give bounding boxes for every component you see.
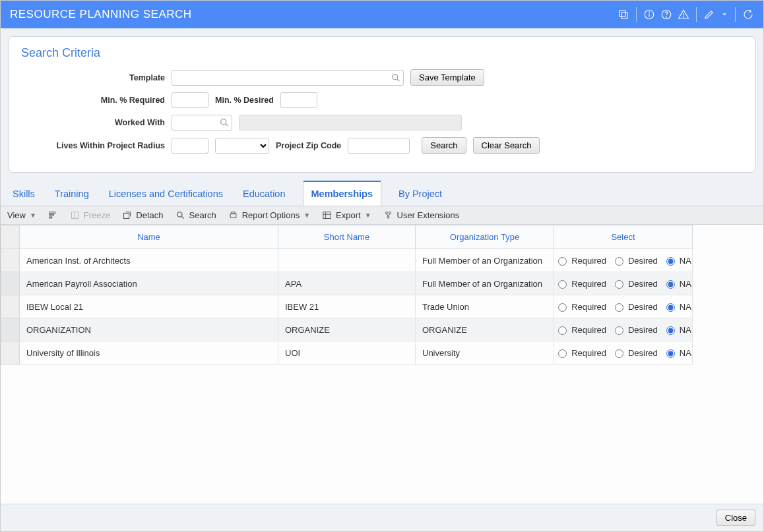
cell-name: IBEW Local 21 <box>20 295 278 318</box>
select-na[interactable]: NA <box>663 301 691 312</box>
layers-icon[interactable] <box>618 9 629 20</box>
select-radio-required[interactable] <box>558 303 567 312</box>
select-desired[interactable]: Desired <box>612 278 658 289</box>
min-desired-input[interactable] <box>280 92 317 108</box>
svg-rect-18 <box>124 213 129 218</box>
select-required[interactable]: Required <box>555 301 606 312</box>
report-options-tool[interactable]: Report Options ▼ <box>228 210 310 220</box>
chevron-down-icon[interactable] <box>720 9 728 20</box>
cell-short-name: UOI <box>278 341 416 365</box>
select-radio-na[interactable] <box>666 280 675 289</box>
row-header[interactable] <box>1 249 20 272</box>
select-radio-desired[interactable] <box>615 257 623 266</box>
info-icon[interactable] <box>643 9 655 20</box>
select-required[interactable]: Required <box>555 255 606 266</box>
select-na[interactable]: NA <box>663 324 691 335</box>
cell-select: RequiredDesiredNA <box>554 249 693 272</box>
select-desired[interactable]: Desired <box>612 301 658 312</box>
select-required[interactable]: Required <box>555 347 606 358</box>
zip-input[interactable] <box>348 138 410 154</box>
col-select[interactable]: Select <box>554 225 693 249</box>
select-na[interactable]: NA <box>663 347 691 358</box>
tab-skills[interactable]: Skills <box>10 182 38 206</box>
select-radio-required[interactable] <box>558 326 567 335</box>
edit-icon[interactable] <box>703 9 715 20</box>
table-row[interactable]: University of IllinoisUOIUniversityRequi… <box>1 341 693 365</box>
tab-training[interactable]: Training <box>52 182 92 206</box>
cell-name: University of Illinois <box>20 341 278 365</box>
tab-education[interactable]: Education <box>240 182 288 206</box>
tab-memberships[interactable]: Memberships <box>303 181 381 206</box>
select-radio-desired[interactable] <box>615 303 623 312</box>
content-area: Search Criteria Template Save Template M… <box>1 28 763 531</box>
table-row[interactable]: ORGANIZATIONORGANIZEORGANIZERequiredDesi… <box>1 318 693 341</box>
tabs: SkillsTrainingLicenses and Certification… <box>1 181 763 206</box>
select-desired[interactable]: Desired <box>612 324 658 335</box>
svg-point-19 <box>177 212 182 218</box>
close-button[interactable]: Close <box>716 510 755 526</box>
row-header[interactable] <box>1 295 20 318</box>
cell-org-type: Full Member of an Organization <box>416 272 554 295</box>
cell-short-name: ORGANIZE <box>278 318 416 341</box>
cell-short-name: APA <box>278 272 416 295</box>
select-na[interactable]: NA <box>663 278 691 289</box>
freeze-tool: Freeze <box>70 210 110 220</box>
toolbar-search-tool[interactable]: Search <box>175 210 216 220</box>
select-radio-na[interactable] <box>666 349 675 358</box>
warning-icon[interactable] <box>678 9 689 20</box>
select-radio-required[interactable] <box>558 257 567 266</box>
cell-name: American Inst. of Architects <box>20 249 278 272</box>
view-menu[interactable]: View▼ <box>7 210 36 220</box>
search-criteria-panel: Search Criteria Template Save Template M… <box>9 36 755 173</box>
tab-licenses-and-certifications[interactable]: Licenses and Certifications <box>106 182 226 206</box>
select-radio-desired[interactable] <box>615 326 623 335</box>
row-header[interactable] <box>1 341 20 365</box>
select-required[interactable]: Required <box>555 278 606 289</box>
refresh-icon[interactable] <box>742 9 754 20</box>
select-desired[interactable]: Desired <box>612 255 658 266</box>
svg-line-29 <box>387 214 389 216</box>
select-radio-required[interactable] <box>558 280 567 289</box>
detach-tool[interactable]: Detach <box>122 210 163 220</box>
select-radio-na[interactable] <box>666 326 675 335</box>
save-template-button[interactable]: Save Template <box>410 69 484 86</box>
titlebar-actions <box>618 7 754 22</box>
query-tool[interactable] <box>48 210 58 220</box>
radius-unit-select[interactable] <box>215 138 269 154</box>
zip-label: Project Zip Code <box>276 141 341 150</box>
search-button[interactable]: Search <box>422 137 466 154</box>
tab-by-project[interactable]: By Project <box>396 182 445 206</box>
user-extensions-tool[interactable]: User Extensions <box>383 210 460 220</box>
footer: Close <box>1 504 763 531</box>
template-input[interactable] <box>172 70 404 86</box>
svg-rect-21 <box>230 214 236 218</box>
chevron-down-icon: ▼ <box>303 212 310 219</box>
select-radio-desired[interactable] <box>615 349 623 358</box>
select-required[interactable]: Required <box>555 324 606 335</box>
row-header[interactable] <box>1 272 20 295</box>
col-name[interactable]: Name <box>20 225 278 249</box>
table-row[interactable]: American Inst. of ArchitectsFull Member … <box>1 249 693 272</box>
col-org-type[interactable]: Organization Type <box>416 225 554 249</box>
select-na[interactable]: NA <box>663 255 691 266</box>
svg-point-4 <box>649 12 650 13</box>
cell-short-name: IBEW 21 <box>278 295 416 318</box>
select-radio-desired[interactable] <box>615 280 623 289</box>
table-row[interactable]: American Payroll AssociationAPAFull Memb… <box>1 272 693 295</box>
app-window: RESOURCE PLANNING SEARCH Search Criteria… <box>0 0 764 532</box>
select-radio-na[interactable] <box>666 303 675 312</box>
radius-input[interactable] <box>172 138 208 154</box>
export-tool[interactable]: Export ▼ <box>322 210 371 220</box>
min-required-input[interactable] <box>172 92 208 108</box>
col-short-name[interactable]: Short Name <box>278 225 416 249</box>
chevron-down-icon: ▼ <box>365 212 371 219</box>
select-desired[interactable]: Desired <box>612 347 658 358</box>
min-required-label: Min. % Required <box>21 96 165 105</box>
select-radio-na[interactable] <box>666 257 675 266</box>
worked-with-input[interactable] <box>172 115 232 131</box>
clear-search-button[interactable]: Clear Search <box>473 137 540 154</box>
select-radio-required[interactable] <box>558 349 567 358</box>
table-row[interactable]: IBEW Local 21IBEW 21Trade UnionRequiredD… <box>1 295 693 318</box>
row-header[interactable] <box>1 318 20 341</box>
help-icon[interactable] <box>660 9 672 20</box>
